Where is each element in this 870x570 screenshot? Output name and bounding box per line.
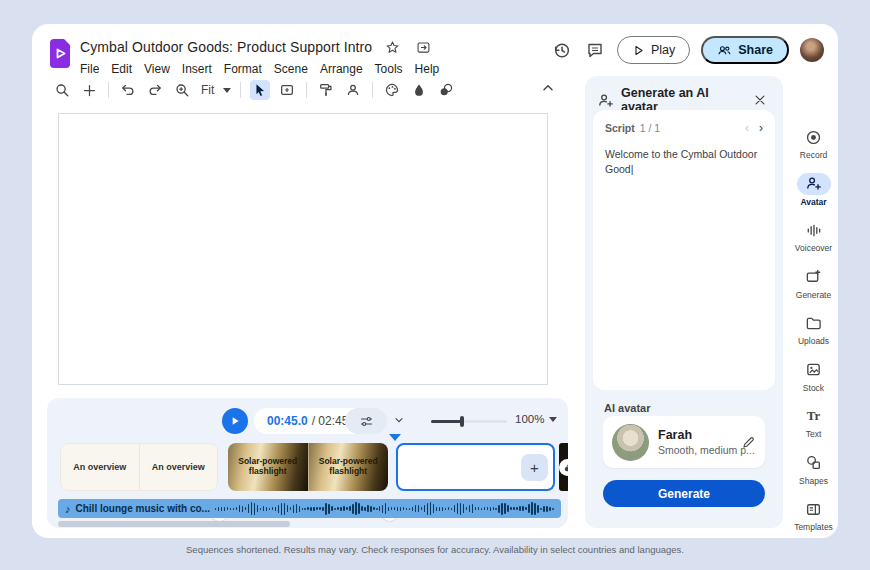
timeline-settings-chevron-icon[interactable] <box>393 414 405 426</box>
toolbar-divider <box>240 82 241 98</box>
clip-empty-selected[interactable]: + <box>396 443 555 491</box>
rail-item-stock[interactable]: Stock <box>797 359 831 393</box>
vids-app-window: Cymbal Outdoor Goods: Product Support In… <box>32 24 838 538</box>
add-scene-icon[interactable] <box>79 80 99 100</box>
clip-frame: An overview <box>61 444 140 490</box>
rail-item-voiceover[interactable]: Voiceover <box>795 219 832 253</box>
share-button-label: Share <box>738 43 773 57</box>
format-paint-icon[interactable] <box>316 80 336 100</box>
menu-item-help[interactable]: Help <box>415 62 440 76</box>
toolbar-divider <box>306 82 307 98</box>
background-fill-icon[interactable] <box>409 80 429 100</box>
theme-colors-icon[interactable] <box>382 80 402 100</box>
slide-canvas[interactable] <box>58 113 548 385</box>
menu-item-edit[interactable]: Edit <box>111 62 132 76</box>
zoom-in-icon[interactable] <box>172 80 192 100</box>
menu-item-scene[interactable]: Scene <box>274 62 308 76</box>
templates-icon <box>797 498 831 520</box>
fit-dropdown-caret-icon[interactable] <box>223 88 231 93</box>
toolbar-divider <box>372 82 373 98</box>
rail-item-text[interactable]: Tr Text <box>797 405 831 439</box>
zoom-caret-icon <box>549 417 557 422</box>
timeline-zoom-slider[interactable] <box>431 419 507 423</box>
toolbar-divider <box>108 82 109 98</box>
collapse-toolbar-icon[interactable] <box>540 80 556 96</box>
comment-icon[interactable] <box>584 39 606 61</box>
undo-icon[interactable] <box>118 80 138 100</box>
slider-handle[interactable] <box>460 416 464 427</box>
menu-item-file[interactable]: File <box>80 62 99 76</box>
document-title[interactable]: Cymbal Outdoor Goods: Product Support In… <box>80 39 372 55</box>
avatar-selection-card[interactable]: Farah Smooth, medium p... <box>603 416 765 468</box>
clip-frame: Solar-powered flashlight <box>309 443 389 491</box>
add-content-button[interactable]: + <box>521 454 548 481</box>
voiceover-icon <box>797 219 831 241</box>
edit-avatar-icon[interactable] <box>741 435 756 450</box>
clip-an-overview[interactable]: An overview An overview <box>60 443 218 491</box>
music-note-icon: ♪ <box>65 503 71 515</box>
zoom-level-select[interactable]: 100% <box>515 413 557 425</box>
menu-item-insert[interactable]: Insert <box>182 62 212 76</box>
audio-waveform <box>215 499 554 518</box>
top-bar: Cymbal Outdoor Goods: Product Support In… <box>32 24 838 74</box>
app-stage: Cymbal Outdoor Goods: Product Support In… <box>0 0 870 570</box>
timeline-play-button[interactable] <box>222 408 248 434</box>
play-button[interactable]: Play <box>617 36 690 64</box>
script-text-input[interactable]: Welcome to the Cymbal Outdoor Good| <box>605 147 763 176</box>
menu-bar: File Edit View Insert Format Scene Arran… <box>80 62 439 76</box>
uploads-icon <box>797 312 831 334</box>
vids-logo-icon[interactable] <box>48 39 72 68</box>
rail-item-avatar[interactable]: Avatar <box>797 173 831 207</box>
script-prev-icon[interactable]: ‹ <box>745 121 749 135</box>
search-icon[interactable] <box>52 80 72 100</box>
star-icon[interactable] <box>381 36 403 58</box>
current-time: 00:45.0 <box>267 414 308 428</box>
rail-item-record[interactable]: Record <box>797 126 831 160</box>
disclaimer-text: Sequences shortened. Results may vary. C… <box>0 544 870 555</box>
transition-icon[interactable] <box>436 80 456 100</box>
play-button-label: Play <box>651 43 675 57</box>
rail-item-shapes[interactable]: Shapes <box>797 452 831 486</box>
fit-zoom-select[interactable]: Fit <box>199 83 216 97</box>
insert-text-box-icon[interactable] <box>277 80 297 100</box>
clip-frame: Solar-powered flashlight <box>228 443 309 491</box>
select-cursor-icon[interactable] <box>250 80 270 100</box>
audio-track-label: Chill lounge music with co... <box>76 503 210 514</box>
generate-button[interactable]: Generate <box>603 480 765 507</box>
rail-item-generate[interactable]: Generate <box>796 266 831 300</box>
clip-frame: An overview <box>140 444 218 490</box>
person-add-icon <box>597 92 614 109</box>
script-next-icon[interactable]: › <box>759 121 763 135</box>
timeline-settings-button[interactable] <box>345 408 387 434</box>
avatar-name: Farah <box>658 428 732 442</box>
ai-avatar-section-label: AI avatar <box>604 402 650 414</box>
timeline-scrollbar[interactable] <box>58 521 290 527</box>
script-page-indicator: 1 / 1 <box>640 122 660 134</box>
menu-item-arrange[interactable]: Arrange <box>320 62 363 76</box>
version-history-icon[interactable] <box>551 39 573 61</box>
rail-item-uploads[interactable]: Uploads <box>797 312 831 346</box>
close-panel-icon[interactable] <box>749 89 771 111</box>
record-icon <box>797 126 831 148</box>
generate-icon <box>796 266 830 288</box>
people-avatar-icon[interactable] <box>343 80 363 100</box>
share-button[interactable]: Share <box>701 36 789 64</box>
script-card[interactable]: Script 1 / 1 ‹ › Welcome to the Cymbal O… <box>593 110 775 390</box>
menu-item-tools[interactable]: Tools <box>375 62 403 76</box>
playhead-marker[interactable] <box>389 434 401 441</box>
clip-solar-flashlight[interactable]: Solar-powered flashlight Solar-powered f… <box>228 443 388 491</box>
timeline-panel: 00:45.0 / 02:45.2 100% An overview An ov… <box>47 398 568 528</box>
rail-item-templates[interactable]: Templates <box>794 498 833 532</box>
menu-item-view[interactable]: View <box>144 62 170 76</box>
script-label: Script <box>605 122 635 134</box>
tools-rail: Record Avatar Voiceover Generate <box>789 126 838 532</box>
move-to-folder-icon[interactable] <box>412 36 434 58</box>
editor-toolbar: Fit <box>52 78 456 102</box>
shapes-icon <box>797 452 831 474</box>
audio-track[interactable]: ♪ Chill lounge music with co... <box>58 499 561 518</box>
menu-item-format[interactable]: Format <box>224 62 262 76</box>
ai-avatar-panel: Generate an AI avatar Script 1 / 1 ‹ › W… <box>585 76 783 528</box>
account-avatar[interactable] <box>800 38 824 62</box>
redo-icon[interactable] <box>145 80 165 100</box>
text-icon: Tr <box>797 405 831 427</box>
